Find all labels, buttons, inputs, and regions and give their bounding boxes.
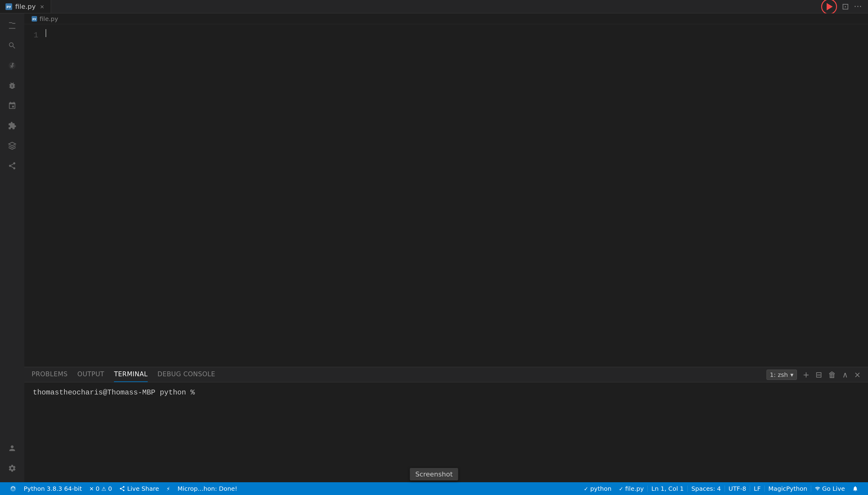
panel-area: PROBLEMS OUTPUT TERMINAL DEBUG CONSOLE 1… [24, 367, 868, 482]
delete-terminal-button[interactable]: 🗑 [828, 370, 836, 379]
python-version-label: Python 3.8.3 64-bit [24, 485, 82, 492]
screenshot-tooltip: Screenshot [410, 468, 458, 480]
status-cursor-pos[interactable]: Ln 1, Col 1 [648, 485, 687, 492]
settings-gear-icon [8, 464, 16, 473]
files-icon [8, 21, 16, 30]
collapse-panel-button[interactable]: ∧ [842, 370, 848, 379]
panel-tabs: PROBLEMS OUTPUT TERMINAL DEBUG CONSOLE 1… [24, 367, 868, 382]
bell-icon [852, 485, 858, 492]
panel-tab-problems[interactable]: PROBLEMS [32, 367, 68, 382]
go-live-label: Go Live [822, 485, 845, 492]
status-go-live[interactable]: Go Live [811, 485, 849, 492]
status-notifications[interactable] [849, 485, 862, 492]
status-bar-right: ✓ python ✓ file.py Ln 1, Col 1 Spaces: 4… [580, 485, 862, 492]
breadcrumb-bar: py file.py [24, 13, 868, 24]
remote-icon [8, 101, 16, 110]
activity-item-docker[interactable] [3, 137, 21, 155]
more-actions-button[interactable]: ··· [854, 1, 862, 12]
cursor-pos-label: Ln 1, Col 1 [651, 485, 684, 492]
status-spaces[interactable]: Spaces: 4 [688, 485, 724, 492]
warning-count: 0 [108, 485, 112, 492]
activity-bar-bottom [3, 439, 21, 482]
encoding-label: UTF-8 [729, 485, 746, 492]
layout-button[interactable]: ⊡ [842, 1, 849, 12]
cursor-line-1 [46, 29, 868, 37]
status-live-share[interactable]: Live Share [116, 482, 163, 495]
breadcrumb-file-icon: py [32, 16, 37, 21]
terminal-selector[interactable]: 1: zsh ▾ [767, 370, 797, 380]
git-icon [8, 61, 16, 70]
tooltip-container: Screenshot [410, 468, 458, 480]
activity-item-settings[interactable] [3, 459, 21, 477]
activity-item-live-share[interactable] [3, 157, 21, 175]
liveshare-icon [8, 161, 16, 170]
extensions-icon [8, 121, 16, 130]
tab-area: py file.py × [0, 0, 821, 13]
panel-tab-debug-console[interactable]: DEBUG CONSOLE [157, 367, 215, 382]
line-numbers: 1 [24, 24, 46, 367]
docker-icon [8, 141, 16, 150]
panel-tab-terminal[interactable]: TERMINAL [114, 367, 148, 382]
panel-tab-output[interactable]: OUTPUT [78, 367, 104, 382]
status-errors[interactable]: ✕ 0 ⚠ 0 [86, 482, 116, 495]
terminal-prompt: thomastheocharis@Thomass-MBP python % [33, 388, 859, 397]
terminal-selector-label: 1: zsh [770, 371, 788, 378]
title-bar: py file.py × ⊡ ··· [0, 0, 868, 13]
tab-filename: file.py [15, 3, 36, 10]
check-icon-1: ✓ [584, 485, 588, 492]
editor-area: py file.py 1 PROBLEMS OUTPUT TERMINAL DE… [24, 13, 868, 482]
search-icon [8, 41, 16, 50]
activity-item-search[interactable] [3, 36, 21, 55]
status-encoding[interactable]: UTF-8 [725, 485, 750, 492]
status-remote[interactable] [6, 482, 20, 495]
code-content[interactable] [46, 24, 868, 367]
error-count: 0 [96, 485, 100, 492]
flash-icon: ⚡ [166, 485, 170, 492]
status-python-env[interactable]: ✓ python [580, 485, 615, 492]
status-micropython-done[interactable]: Microp...hon: Done! [174, 482, 241, 495]
status-language[interactable]: MagicPython [765, 485, 811, 492]
language-label: MagicPython [768, 485, 807, 492]
add-terminal-button[interactable]: + [803, 370, 809, 379]
run-button[interactable] [821, 0, 837, 15]
live-share-label: Live Share [127, 485, 159, 492]
error-x-icon: ✕ [89, 485, 94, 492]
warning-triangle-icon: ⚠ [101, 485, 106, 492]
terminal-prompt-text: thomastheocharis@Thomass-MBP python % [33, 388, 195, 397]
activity-item-explorer[interactable] [3, 16, 21, 35]
breadcrumb-filename: file.py [39, 15, 58, 22]
line-number-1: 1 [29, 29, 38, 42]
activity-item-run-debug[interactable] [3, 76, 21, 95]
activity-item-extensions[interactable] [3, 117, 21, 135]
split-terminal-button[interactable]: ⊟ [815, 370, 822, 379]
spaces-label: Spaces: 4 [691, 485, 721, 492]
python-file-icon: py [5, 3, 12, 10]
debug-icon [8, 81, 16, 90]
remote-status-icon [10, 485, 16, 492]
activity-bar [0, 13, 24, 482]
account-icon [8, 444, 16, 453]
broadcast-icon [815, 486, 820, 491]
terminal-selector-chevron: ▾ [790, 371, 794, 378]
tab-close-button[interactable]: × [38, 3, 45, 10]
title-bar-right: ⊡ ··· [821, 0, 868, 15]
activity-item-accounts[interactable] [3, 439, 21, 457]
code-editor[interactable]: 1 [24, 24, 868, 367]
status-file-link[interactable]: ✓ file.py [615, 485, 647, 492]
activity-item-source-control[interactable] [3, 56, 21, 75]
file-link-label: file.py [625, 485, 644, 492]
status-python-version[interactable]: Python 3.8.3 64-bit [20, 482, 86, 495]
status-micropython[interactable]: ⚡ [163, 482, 174, 495]
activity-item-remote-explorer[interactable] [3, 97, 21, 115]
text-cursor [46, 29, 46, 37]
python-env-label: python [590, 485, 612, 492]
panel-tab-right: 1: zsh ▾ + ⊟ 🗑 ∧ × [767, 370, 861, 380]
micropython-status: Microp...hon: Done! [178, 485, 237, 492]
play-icon [827, 3, 833, 10]
main-body: py file.py 1 PROBLEMS OUTPUT TERMINAL DE… [0, 13, 868, 482]
status-bar: Python 3.8.3 64-bit ✕ 0 ⚠ 0 Live Share ⚡… [0, 482, 868, 495]
close-panel-button[interactable]: × [854, 370, 861, 379]
panel-content[interactable]: thomastheocharis@Thomass-MBP python % [24, 382, 868, 482]
file-tab[interactable]: py file.py × [0, 0, 51, 13]
status-line-ending[interactable]: LF [750, 485, 764, 492]
